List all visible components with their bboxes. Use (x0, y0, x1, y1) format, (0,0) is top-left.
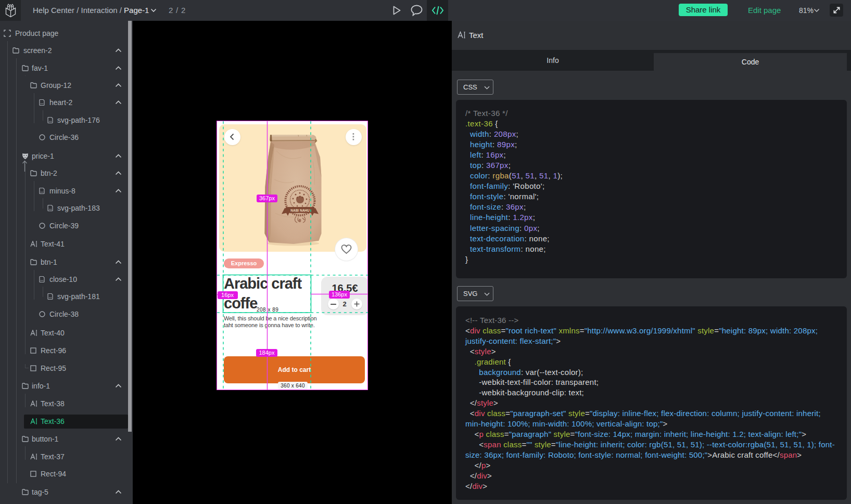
svg-text:NABI NAHU: NABI NAHU (290, 208, 310, 212)
